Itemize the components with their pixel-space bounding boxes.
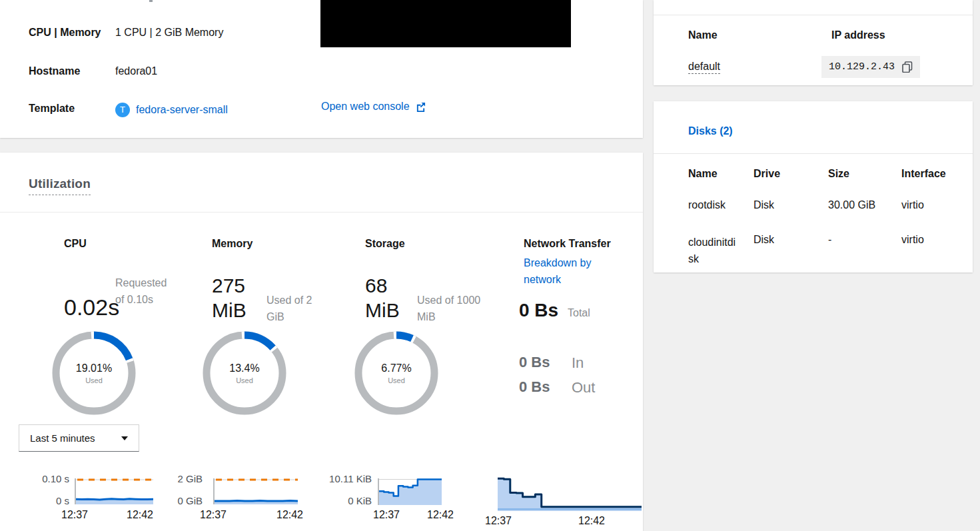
storage-sparkline: 10.11 KiB 0 KiB 12:37 12:42 [320, 470, 456, 531]
disks-header-size: Size [828, 168, 849, 180]
disks-header-interface: Interface [901, 168, 946, 180]
copy-ip-button[interactable] [902, 61, 913, 73]
cpu-spark-xstart: 12:37 [61, 509, 88, 521]
vnc-console-thumbnail[interactable] [320, 0, 571, 47]
cpu-spark-ymin: 0 s [29, 495, 69, 506]
disk-row-size: - [828, 234, 831, 246]
cpu-utilization-donut: 19.01% Used [51, 330, 137, 416]
ip-address-chip: 10.129.2.43 [821, 56, 920, 78]
utilization-heading[interactable]: Utilization [29, 177, 91, 195]
ip-address-value: 10.129.2.43 [829, 61, 895, 73]
template-link[interactable]: fedora-server-small [136, 104, 228, 116]
network-sparkline-chart [498, 476, 642, 511]
cpu-sparkline-chart [75, 478, 153, 504]
network-interfaces-card: Name IP address default 10.129.2.43 [654, 0, 973, 85]
disk-row-interface: virtio [901, 234, 924, 246]
memory-sparkline-chart [213, 478, 298, 504]
nic-header-name: Name [688, 29, 718, 41]
card-divider [654, 153, 973, 154]
network-in-value: 0 Bs [519, 354, 550, 371]
memory-used-value: 275 MiB [212, 273, 260, 322]
chevron-down-icon [121, 436, 128, 440]
section-divider [0, 212, 643, 213]
disk-row-name: rootdisk [688, 199, 726, 211]
detail-label-template: Template [29, 103, 75, 115]
memory-card-title: Memory [212, 238, 252, 250]
storage-spark-ymax: 10.11 KiB [320, 473, 372, 484]
duration-select[interactable]: Last 5 minutes [19, 424, 139, 452]
memory-spark-ymax: 2 GiB [160, 473, 203, 484]
network-out-label: Out [572, 379, 595, 396]
disks-card: Disks (2) Name Drive Size Interface root… [654, 101, 973, 272]
network-out-value: 0 Bs [519, 378, 550, 396]
network-total-label: Total [568, 307, 590, 319]
disk-row-drive: Disk [753, 199, 774, 211]
external-link-icon [416, 102, 426, 112]
breakdown-by-network-link[interactable]: Breakdown by network [524, 255, 610, 288]
card-divider [654, 15, 973, 15]
disk-row-interface: virtio [901, 199, 924, 211]
detail-value-hostname: fedora01 [115, 65, 157, 77]
cropped-text-artifact [149, 0, 153, 2]
cpu-requested-detail: Requested of 0.10s [115, 274, 158, 308]
vm-overview-page: { "details": { "rows": [ { "label": "CPU… [0, 0, 980, 531]
nic-row-name: default [688, 61, 720, 73]
disk-row-name: cloudinitdisk [688, 234, 740, 267]
detail-label-cpu-memory: CPU | Memory [29, 27, 101, 39]
disks-card-title-link[interactable]: Disks (2) [688, 125, 733, 137]
network-card-title: Network Transfer [524, 238, 611, 250]
duration-select-value: Last 5 minutes [30, 432, 95, 444]
memory-spark-xend: 12:42 [276, 509, 303, 521]
storage-spark-ymin: 0 KiB [320, 495, 372, 506]
open-web-console-label: Open web console [321, 101, 410, 113]
copy-icon [902, 61, 913, 73]
cpu-spark-xend: 12:42 [127, 509, 153, 521]
network-spark-xend: 12:42 [578, 515, 605, 527]
cpu-sparkline: 0.10 s 0 s 12:37 12:42 [29, 470, 162, 531]
memory-sparkline: 2 GiB 0 GiB 12:37 12:42 [160, 470, 303, 531]
storage-card-title: Storage [365, 238, 405, 250]
storage-spark-xend: 12:42 [427, 509, 454, 521]
disks-header-drive: Drive [753, 168, 780, 180]
network-total-value: 0 Bs [519, 300, 558, 321]
disk-row-drive: Disk [753, 234, 774, 246]
network-in-label: In [572, 354, 584, 372]
nic-header-ip: IP address [831, 29, 885, 41]
storage-capacity-detail: Used of 1000 MiB [417, 292, 484, 325]
detail-value-template: T fedora-server-small [115, 103, 228, 117]
storage-utilization-donut: 6.77% Used [353, 330, 440, 416]
network-sparkline: 12:37 12:42 [493, 470, 646, 531]
nic-name-link[interactable]: default [688, 61, 720, 74]
memory-capacity-detail: Used of 2 GiB [266, 292, 328, 325]
disks-header-name: Name [688, 168, 718, 180]
disk-row-size: 30.00 GiB [828, 199, 875, 211]
memory-utilization-donut: 13.4% Used [201, 330, 288, 416]
open-web-console-link[interactable]: Open web console [321, 101, 426, 113]
storage-spark-xstart: 12:37 [373, 509, 400, 521]
cpu-card-title: CPU [64, 238, 87, 250]
storage-used-value: 68 MiB [365, 273, 413, 322]
memory-spark-xstart: 12:37 [200, 509, 227, 521]
detail-value-cpu-memory: 1 CPU | 2 GiB Memory [115, 27, 223, 39]
detail-label-hostname: Hostname [29, 65, 80, 77]
cpu-spark-ymax: 0.10 s [29, 473, 69, 484]
network-spark-xstart: 12:37 [485, 515, 512, 527]
utilization-card: Utilization CPU Memory Storage Network T… [0, 153, 643, 531]
storage-sparkline-chart [378, 478, 442, 505]
memory-spark-ymin: 0 GiB [160, 495, 203, 506]
template-badge-icon: T [115, 103, 130, 117]
cpu-used-value: 0.02s [64, 296, 119, 318]
vm-details-card: CPU | Memory 1 CPU | 2 GiB Memory Hostna… [0, 0, 643, 138]
